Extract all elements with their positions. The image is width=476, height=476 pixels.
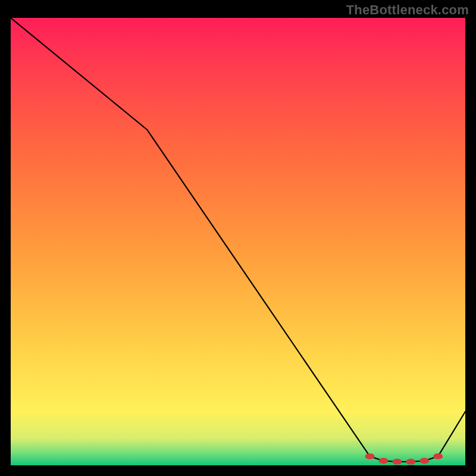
marker-dot bbox=[433, 453, 443, 459]
attribution-text: TheBottleneck.com bbox=[346, 2, 469, 18]
plot-area bbox=[11, 18, 465, 465]
gradient-background bbox=[11, 18, 465, 465]
chart-container: TheBottleneck.com bbox=[0, 0, 476, 476]
marker-dot bbox=[378, 458, 388, 464]
marker-dot bbox=[365, 453, 375, 459]
marker-dot bbox=[392, 459, 402, 465]
marker-dot bbox=[406, 459, 415, 465]
chart-svg bbox=[11, 18, 465, 465]
marker-dot bbox=[419, 458, 429, 464]
